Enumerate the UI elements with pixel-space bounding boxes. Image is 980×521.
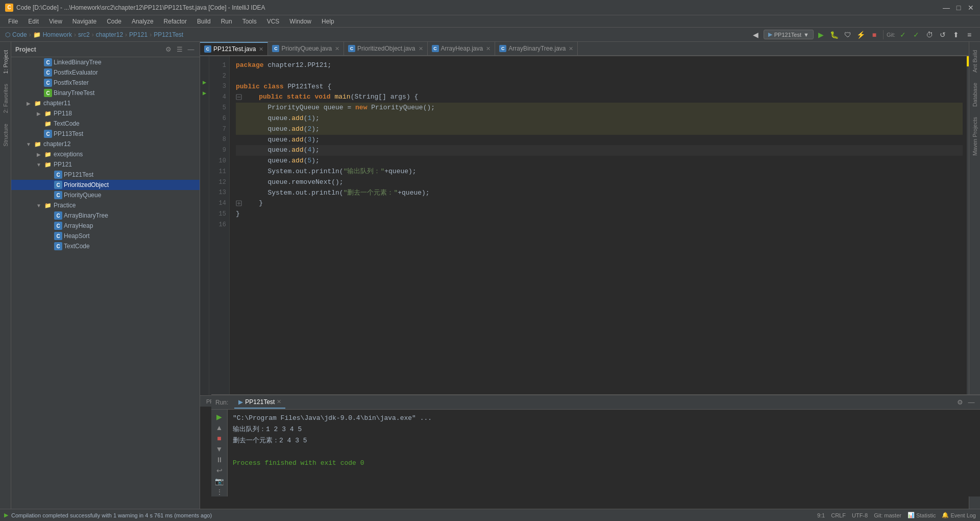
tree-item-array-binary-tree[interactable]: C ArrayBinaryTree — [11, 210, 200, 221]
tree-item-pp121test[interactable]: C PP121Test — [11, 170, 200, 180]
tree-label[interactable]: TextCode — [54, 120, 80, 127]
tree-item-chapter11[interactable]: ▶ 📁 chapter11 — [11, 98, 200, 108]
bottom-tab-close[interactable]: ✕ — [277, 398, 281, 405]
stop-button[interactable]: ■ — [869, 29, 880, 40]
menu-run[interactable]: Run — [217, 17, 236, 26]
menu-view[interactable]: View — [45, 17, 66, 26]
tree-item-postfix-evaluator[interactable]: C PostfixEvaluator — [11, 67, 200, 78]
tree-item-heap-sort[interactable]: C HeapSort — [11, 231, 200, 241]
tree-item-pp113test[interactable]: C PP113Test — [11, 129, 200, 139]
tree-item-linked-binary-tree[interactable]: C LinkedBinaryTree — [11, 57, 200, 67]
tree-label[interactable]: chapter11 — [43, 100, 70, 107]
run-more-icon[interactable]: ⋮ — [214, 487, 225, 496]
pp118-arrow[interactable]: ▶ — [35, 111, 42, 116]
tree-label[interactable]: PP121 — [54, 161, 72, 168]
tab-array-heap[interactable]: C ArrayHeap.java ✕ — [428, 42, 496, 55]
code-editor[interactable]: ▶ ▶ 1 2 3 4 5 6 — [200, 56, 969, 395]
tree-item-chapter12[interactable]: ▼ 📁 chapter12 — [11, 139, 200, 149]
run-scroll-up-icon[interactable]: ▲ — [214, 422, 225, 432]
bottom-tab-pp121test[interactable]: ▶ PP121Test ✕ — [234, 396, 285, 409]
close-button[interactable]: ✕ — [967, 4, 975, 12]
coverage-button[interactable]: 🛡 — [842, 29, 853, 40]
tree-label[interactable]: PostfixEvaluator — [54, 69, 98, 76]
settings-icon[interactable]: ⚙ — [955, 398, 965, 407]
tree-label[interactable]: BinaryTreeTest — [54, 89, 94, 97]
tree-label[interactable]: ArrayHeap — [64, 222, 93, 229]
chapter11-arrow[interactable]: ▶ — [25, 101, 32, 106]
tree-label[interactable]: PP113Test — [54, 130, 83, 137]
tree-label[interactable]: ArrayBinaryTree — [64, 212, 108, 219]
tree-item-pp121[interactable]: ▼ 📁 PP121 — [11, 159, 200, 170]
run-button[interactable]: ▶ — [816, 29, 827, 40]
tab-close[interactable]: ✕ — [486, 45, 491, 52]
right-tab-database[interactable]: Database — [970, 79, 979, 111]
menu-refactor[interactable]: Refactor — [160, 17, 191, 26]
practice-arrow[interactable]: ▼ — [35, 203, 42, 208]
status-git-branch[interactable]: Git: master — [874, 512, 901, 518]
menu-navigate[interactable]: Navigate — [68, 17, 101, 26]
status-statistic[interactable]: 📊 Statistic — [908, 512, 936, 518]
back-icon[interactable]: ◀ — [750, 29, 762, 40]
tab-close[interactable]: ✕ — [335, 45, 339, 52]
status-encoding[interactable]: UTF-8 — [852, 512, 868, 518]
status-event-log[interactable]: 🔔 Event Log — [942, 512, 976, 518]
git-check2-icon[interactable]: ✓ — [911, 29, 922, 40]
tree-item-postfix-tester[interactable]: C PostfixTester — [11, 78, 200, 88]
exceptions-arrow[interactable]: ▶ — [35, 152, 42, 157]
right-tab-ant-build[interactable]: Ant Build — [970, 46, 979, 77]
tab-array-binary-tree[interactable]: C ArrayBinaryTree.java ✕ — [495, 42, 578, 55]
tree-label[interactable]: PP118 — [54, 110, 72, 117]
menu-analyze[interactable]: Analyze — [128, 17, 158, 26]
run-stop-icon[interactable]: ■ — [214, 433, 225, 443]
breadcrumb-pp121[interactable]: PP121 — [129, 31, 148, 38]
tree-label[interactable]: PrioritizedObject — [64, 181, 109, 188]
sidebar-tab-favorites[interactable]: 2: Favorites — [1, 80, 10, 117]
tab-pp121test[interactable]: C PP121Test.java ✕ — [200, 42, 268, 55]
tree-label[interactable]: PP121Test — [64, 171, 93, 178]
tree-item-binary-tree-test[interactable]: C BinaryTreeTest — [11, 88, 200, 98]
project-minimize-icon[interactable]: — — [186, 45, 195, 54]
git-history-icon[interactable]: ⏱ — [924, 29, 935, 40]
menu-vcs[interactable]: VCS — [263, 17, 284, 26]
tree-item-prioritized-object[interactable]: C PrioritizedObject — [11, 180, 200, 190]
breadcrumb-src2[interactable]: src2 — [78, 31, 90, 38]
breadcrumb-homework[interactable]: Homework — [43, 31, 72, 38]
tree-label[interactable]: TextCode — [64, 243, 90, 250]
tree-label[interactable]: chapter12 — [43, 140, 70, 148]
breadcrumb-code[interactable]: Code — [12, 31, 27, 38]
run-config-selector[interactable]: ▶ PP121Test ▼ — [764, 30, 814, 39]
right-tab-maven[interactable]: Maven Projects — [970, 113, 979, 160]
menu-window[interactable]: Window — [285, 17, 315, 26]
minimize-panel-icon[interactable]: — — [967, 398, 976, 407]
git-revert-icon[interactable]: ↺ — [937, 29, 948, 40]
profile-button[interactable]: ⚡ — [855, 29, 867, 40]
run-play-icon[interactable]: ▶ — [214, 412, 225, 421]
tree-label[interactable]: Practice — [54, 202, 76, 209]
run-pause-icon[interactable]: ⏸ — [214, 455, 225, 464]
breadcrumb-pp121test[interactable]: PP121Test — [154, 31, 183, 38]
status-line-ending[interactable]: CRLF — [831, 512, 846, 518]
breadcrumb-chapter12[interactable]: chapter12 — [96, 31, 123, 38]
tree-label[interactable]: PostfixTester — [54, 79, 89, 86]
tree-item-practice[interactable]: ▼ 📁 Practice — [11, 200, 200, 210]
tree-item-exceptions[interactable]: ▶ 📁 exceptions — [11, 149, 200, 159]
debug-button[interactable]: 🐛 — [829, 29, 840, 40]
tree-item-priority-queue[interactable]: C PriorityQueue — [11, 190, 200, 200]
menu-code[interactable]: Code — [103, 17, 126, 26]
sidebar-tab-structure[interactable]: Structure — [1, 120, 10, 151]
git-more-icon[interactable]: ≡ — [964, 29, 975, 40]
tree-item-textcode[interactable]: 📁 TextCode — [11, 119, 200, 129]
pp121-arrow[interactable]: ▼ — [35, 162, 42, 168]
menu-help[interactable]: Help — [317, 17, 338, 26]
tab-close[interactable]: ✕ — [419, 45, 423, 52]
tree-label[interactable]: exceptions — [54, 151, 83, 158]
status-position[interactable]: 9:1 — [817, 512, 825, 518]
git-push-icon[interactable]: ⬆ — [950, 29, 962, 40]
project-layout-icon[interactable]: ☰ — [175, 45, 184, 54]
tree-item-pp118[interactable]: ▶ 📁 PP118 — [11, 108, 200, 119]
tree-label[interactable]: PriorityQueue — [64, 192, 101, 199]
menu-edit[interactable]: Edit — [24, 17, 43, 26]
code-content[interactable]: package chapter12.PP121; public class PP… — [230, 56, 969, 395]
tab-prioritized-object[interactable]: C PrioritizedObject.java ✕ — [344, 42, 427, 55]
title-controls[interactable]: — □ ✕ — [942, 4, 975, 12]
